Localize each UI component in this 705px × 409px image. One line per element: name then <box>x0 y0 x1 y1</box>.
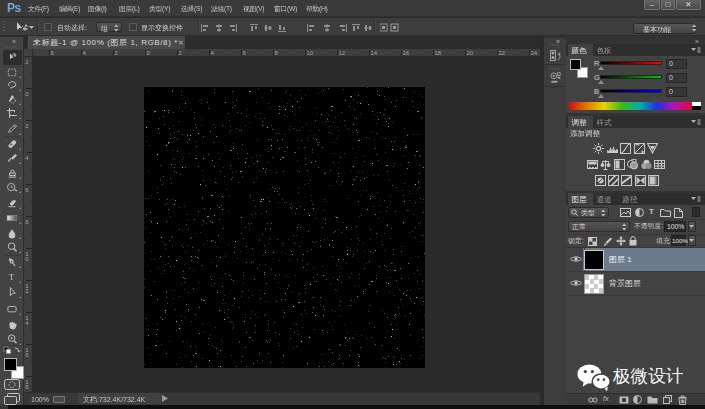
svg-text:10: 10 <box>307 50 314 56</box>
svg-text:2: 2 <box>25 288 29 294</box>
svg-text:0: 0 <box>147 50 151 56</box>
svg-text:2: 2 <box>25 59 29 65</box>
svg-text:0: 0 <box>25 256 29 262</box>
svg-text:8: 8 <box>25 219 29 225</box>
svg-text:2: 2 <box>115 50 119 56</box>
svg-text:6: 6 <box>51 50 55 56</box>
svg-text:6: 6 <box>25 187 29 193</box>
svg-text:2: 2 <box>179 50 183 56</box>
svg-text:20: 20 <box>467 50 474 56</box>
svg-text:4: 4 <box>83 50 87 56</box>
svg-text:8: 8 <box>275 50 279 56</box>
svg-text:6: 6 <box>25 352 29 358</box>
svg-text:4: 4 <box>25 155 29 161</box>
svg-text:2: 2 <box>25 123 29 129</box>
svg-text:22: 22 <box>499 50 506 56</box>
svg-text:24: 24 <box>531 50 538 56</box>
svg-text:T: T <box>9 272 15 282</box>
svg-text:8: 8 <box>25 384 29 390</box>
svg-text:0: 0 <box>25 91 29 97</box>
svg-text:16: 16 <box>403 50 410 56</box>
svg-text:14: 14 <box>371 50 378 56</box>
svg-text:12: 12 <box>339 50 346 56</box>
svg-text:18: 18 <box>435 50 442 56</box>
svg-text:6: 6 <box>243 50 247 56</box>
svg-text:4: 4 <box>25 320 29 326</box>
svg-text:4: 4 <box>211 50 215 56</box>
